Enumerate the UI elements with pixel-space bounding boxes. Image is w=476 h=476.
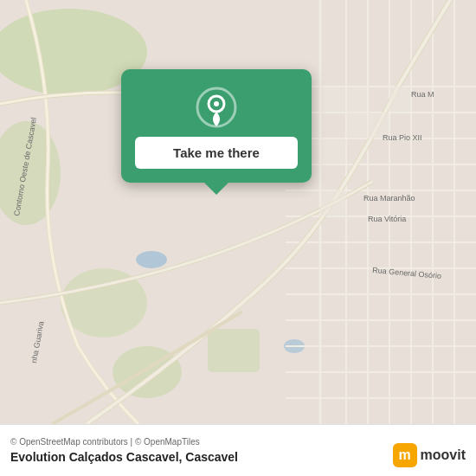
svg-point-45 xyxy=(214,101,219,106)
svg-rect-34 xyxy=(320,190,346,216)
svg-text:Rua Pio XII: Rua Pio XII xyxy=(383,133,422,142)
svg-rect-31 xyxy=(346,113,368,138)
map-attribution: © OpenStreetMap contributors | © OpenMap… xyxy=(10,437,238,447)
svg-point-6 xyxy=(136,251,167,268)
footer: © OpenStreetMap contributors | © OpenMap… xyxy=(0,424,476,476)
svg-rect-30 xyxy=(320,138,346,164)
location-name: Evolution Calçados Cascavel, Cascavel xyxy=(10,450,238,464)
svg-rect-33 xyxy=(389,87,411,113)
svg-text:Rua Vitória: Rua Vitória xyxy=(368,215,406,223)
map-container: Contorno Oeste de Cascavel nha Guariva a… xyxy=(0,0,476,424)
moovit-icon: m xyxy=(393,443,417,467)
svg-rect-29 xyxy=(346,87,368,113)
location-popup: Take me there xyxy=(121,69,312,183)
svg-text:Rua M: Rua M xyxy=(411,90,434,99)
moovit-logo: m moovit xyxy=(393,443,466,467)
location-pin-icon xyxy=(196,87,237,128)
moovit-text: moovit xyxy=(421,447,466,463)
svg-rect-28 xyxy=(320,87,346,113)
take-me-there-button[interactable]: Take me there xyxy=(135,137,298,169)
svg-rect-5 xyxy=(208,329,260,372)
svg-text:Rua Maranhão: Rua Maranhão xyxy=(363,194,415,203)
